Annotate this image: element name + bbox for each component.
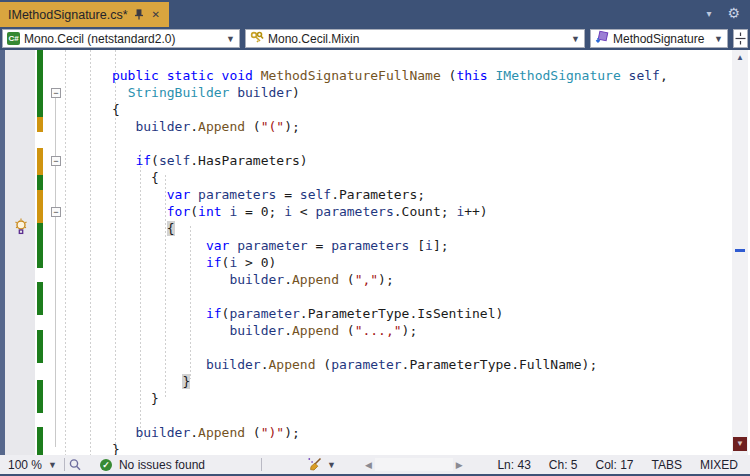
- change-bar-saved: [37, 427, 43, 455]
- code-line: {: [65, 169, 668, 186]
- document-health-indicator[interactable]: ✓ No issues found: [100, 458, 205, 472]
- separator: [64, 458, 65, 471]
- lightbulb-icon[interactable]: [13, 218, 29, 239]
- tab-list-chevron-icon[interactable]: ▾: [706, 8, 711, 19]
- status-tabs: TABS: [652, 458, 682, 472]
- code-line: public static void MethodSignatureFullNa…: [65, 67, 668, 84]
- chevron-down-icon: ▼: [327, 460, 336, 470]
- change-bar-saved: [37, 282, 43, 315]
- horizontal-scrollbar: ◀ ▶: [362, 458, 466, 471]
- code-line: [65, 339, 668, 356]
- chevron-down-icon: ▼: [226, 34, 236, 44]
- tab-bar-actions: ▾ ⚙: [706, 6, 740, 20]
- status-col: Col: 17: [596, 458, 634, 472]
- health-check-icon: ✓: [100, 459, 112, 471]
- zoom-level: 100 %: [8, 458, 42, 472]
- change-bar-unsaved: [37, 148, 43, 175]
- hscroll-left-icon[interactable]: ◀: [362, 460, 375, 470]
- class-icon: [250, 31, 264, 47]
- fold-region-line: [55, 96, 56, 447]
- split-editor-button[interactable]: [733, 29, 748, 48]
- member-dropdown-label: MethodSignature: [613, 32, 704, 46]
- code-lines: public static void MethodSignatureFullNa…: [65, 67, 668, 455]
- code-line: }: [65, 373, 668, 390]
- csharp-project-icon: C#: [7, 32, 20, 45]
- magnifier-icon[interactable]: [68, 458, 82, 472]
- health-text: No issues found: [119, 458, 205, 472]
- change-bar-saved: [37, 50, 43, 117]
- hscroll-right-icon[interactable]: ▶: [453, 460, 466, 470]
- code-line: builder.Append (parameter.ParameterType.…: [65, 356, 668, 373]
- change-bar-unsaved: [37, 117, 43, 132]
- ide-window: IMethodSignature.cs* ✕ ▾ ⚙ C# Mono.Cecil…: [0, 0, 750, 476]
- caret-position-marker: [735, 249, 745, 252]
- code-line: if(self.HasParameters): [65, 152, 668, 169]
- caret-status-group: Ln: 43 Ch: 5 Col: 17 TABS MIXED: [497, 458, 750, 472]
- scroll-up-icon[interactable]: ▲: [732, 53, 748, 62]
- member-dropdown[interactable]: MethodSignature ▼: [590, 29, 728, 48]
- code-line: builder.Append ("...,");: [65, 322, 668, 339]
- type-dropdown-label: Mono.Cecil.Mixin: [268, 32, 359, 46]
- change-bar-saved: [37, 380, 43, 413]
- change-bar-saved: [37, 175, 43, 190]
- pin-icon[interactable]: [134, 9, 144, 20]
- editor-pane: −−− public static void MethodSignatureFu…: [0, 50, 750, 455]
- status-ch: Ch: 5: [549, 458, 578, 472]
- status-line: Ln: 43: [497, 458, 530, 472]
- code-line: var parameter = parameters [i];: [65, 237, 668, 254]
- project-dropdown[interactable]: C# Mono.Cecil (netstandard2.0) ▼: [2, 29, 240, 48]
- hscroll-track[interactable]: [375, 458, 453, 471]
- code-cleanup-button[interactable]: ▼: [307, 457, 336, 472]
- code-line: if(i > 0): [65, 254, 668, 271]
- zoom-combo[interactable]: 100 % ▼: [4, 458, 61, 472]
- close-icon[interactable]: ✕: [150, 9, 162, 21]
- chevron-down-icon: ▼: [571, 34, 581, 44]
- code-line: for(int i = 0; i < parameters.Count; i++…: [65, 203, 668, 220]
- code-line: {: [65, 220, 668, 237]
- fold-collapse-box[interactable]: −: [51, 156, 61, 166]
- glyph-margin[interactable]: [5, 50, 35, 455]
- fold-collapse-box[interactable]: −: [51, 207, 61, 217]
- vertical-scrollbar[interactable]: ▲ ▼: [732, 50, 748, 455]
- fold-collapse-box[interactable]: −: [51, 88, 61, 98]
- scroll-down-icon[interactable]: ▼: [733, 437, 747, 451]
- code-line: [65, 288, 668, 305]
- code-line: var parameters = self.Parameters;: [65, 186, 668, 203]
- change-bar-saved: [37, 223, 43, 268]
- extension-method-icon: [595, 30, 609, 47]
- chevron-down-icon: ▼: [48, 460, 57, 470]
- code-editor-surface[interactable]: −−− public static void MethodSignatureFu…: [35, 50, 732, 455]
- change-bar-unsaved: [37, 190, 43, 223]
- tab-bar: IMethodSignature.cs* ✕ ▾ ⚙: [0, 0, 750, 27]
- code-line: {: [65, 101, 668, 118]
- code-line: builder.Append ("(");: [65, 118, 668, 135]
- tab-title: IMethodSignature.cs*: [8, 8, 128, 22]
- code-line: if(parameter.ParameterType.IsSentinel): [65, 305, 668, 322]
- change-bar-saved: [37, 330, 43, 363]
- tab-imethodsignature[interactable]: IMethodSignature.cs* ✕: [0, 2, 169, 27]
- status-eol: MIXED: [700, 458, 738, 472]
- gear-icon[interactable]: ⚙: [727, 6, 740, 20]
- project-dropdown-label: Mono.Cecil (netstandard2.0): [24, 32, 175, 46]
- code-line: builder.Append (")");: [65, 424, 668, 441]
- code-line: [65, 135, 668, 152]
- navigation-bar: C# Mono.Cecil (netstandard2.0) ▼ Mono.Ce…: [0, 27, 750, 50]
- code-line: }: [65, 390, 668, 407]
- code-line: [65, 407, 668, 424]
- code-line: StringBuilder builder): [65, 84, 668, 101]
- code-line: }: [65, 441, 668, 455]
- broom-icon: [307, 457, 323, 472]
- separator: [261, 458, 262, 471]
- chevron-down-icon: ▼: [714, 34, 724, 44]
- editor-status-bar: 100 % ▼ ✓ No issues found ▼ ◀: [0, 455, 750, 474]
- code-line: builder.Append (",");: [65, 271, 668, 288]
- type-dropdown[interactable]: Mono.Cecil.Mixin ▼: [245, 29, 585, 48]
